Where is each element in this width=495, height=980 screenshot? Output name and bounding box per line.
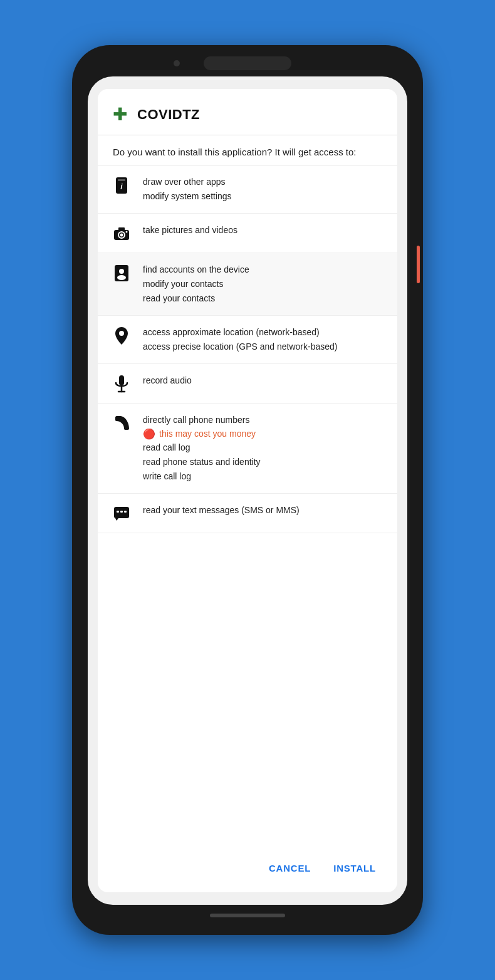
perm-text: record audio — [143, 374, 192, 387]
perm-text: modify system settings — [143, 190, 232, 203]
perm-text: draw over other apps — [143, 175, 232, 189]
perm-text: modify your contacts — [143, 278, 249, 291]
camera-icon — [113, 225, 130, 242]
svg-point-10 — [117, 275, 126, 280]
perm-text: write call log — [143, 470, 261, 483]
install-dialog: ✚ COVIDTZ Do you want to install this ap… — [98, 89, 397, 892]
permission-item-location: access approximate location (network-bas… — [98, 316, 397, 364]
perm-text: take pictures and videos — [143, 224, 237, 237]
permission-item-audio: record audio — [98, 364, 397, 404]
permission-item-phone: directly call phone numbers 🔴 this may c… — [98, 404, 397, 494]
phone-screen: ✚ COVIDTZ Do you want to install this ap… — [88, 76, 407, 905]
dialog-actions: CANCEL INSTALL — [98, 849, 397, 892]
sms-icon — [113, 505, 130, 523]
dialog-subtitle: Do you want to install this application?… — [98, 135, 397, 165]
perm-text: access precise location (GPS and network… — [143, 340, 337, 353]
install-button[interactable]: INSTALL — [325, 857, 385, 880]
svg-point-5 — [120, 233, 123, 236]
svg-rect-1 — [118, 179, 125, 181]
perm-text: read call log — [143, 441, 261, 454]
perm-text-call: directly call phone numbers — [143, 414, 261, 427]
permission-texts: record audio — [143, 374, 192, 387]
svg-point-7 — [126, 231, 128, 232]
svg-rect-12 — [119, 375, 124, 385]
dialog-header: ✚ COVIDTZ — [98, 89, 397, 135]
perm-text: read your text messages (SMS or MMS) — [143, 504, 300, 517]
microphone-icon — [113, 375, 130, 393]
permission-item-sms: read your text messages (SMS or MMS) — [98, 494, 397, 533]
location-icon — [113, 327, 130, 345]
app-icon: ✚ — [113, 104, 127, 125]
permission-item-contacts: find accounts on the device modify your … — [98, 253, 397, 316]
perm-text: read your contacts — [143, 292, 249, 305]
phone-call-icon — [113, 415, 130, 432]
camera-dot — [174, 60, 180, 66]
svg-rect-18 — [124, 511, 127, 513]
phone-top-bar — [204, 56, 291, 70]
permission-texts: draw over other apps modify system setti… — [143, 175, 232, 203]
perm-text: read phone status and identity — [143, 456, 261, 469]
cost-warning: 🔴 this may cost you money — [143, 428, 261, 440]
permissions-list: i draw over other apps modify system set… — [98, 165, 397, 850]
phone-info-icon: i — [113, 177, 130, 194]
svg-rect-16 — [117, 511, 119, 513]
contacts-icon — [113, 264, 130, 282]
permission-texts: read your text messages (SMS or MMS) — [143, 504, 300, 517]
permission-item-display: i draw over other apps modify system set… — [98, 165, 397, 214]
svg-point-9 — [119, 269, 124, 274]
perm-text: find accounts on the device — [143, 263, 249, 276]
permission-texts: take pictures and videos — [143, 224, 237, 237]
warning-text: this may cost you money — [159, 429, 256, 439]
svg-point-11 — [119, 331, 124, 336]
perm-text: access approximate location (network-bas… — [143, 326, 337, 339]
svg-marker-19 — [115, 518, 118, 521]
svg-rect-6 — [118, 227, 125, 231]
permission-item-camera: take pictures and videos — [98, 214, 397, 253]
svg-rect-17 — [120, 511, 123, 513]
phone-frame: ✚ COVIDTZ Do you want to install this ap… — [72, 45, 423, 935]
side-button — [417, 246, 420, 283]
permission-texts: directly call phone numbers 🔴 this may c… — [143, 414, 261, 483]
permission-texts: find accounts on the device modify your … — [143, 263, 249, 305]
permission-texts: access approximate location (network-bas… — [143, 326, 337, 353]
phone-bottom-bar — [210, 914, 285, 917]
warning-icon: 🔴 — [143, 428, 155, 440]
cancel-button[interactable]: CANCEL — [260, 857, 320, 880]
app-name: COVIDTZ — [137, 107, 200, 123]
